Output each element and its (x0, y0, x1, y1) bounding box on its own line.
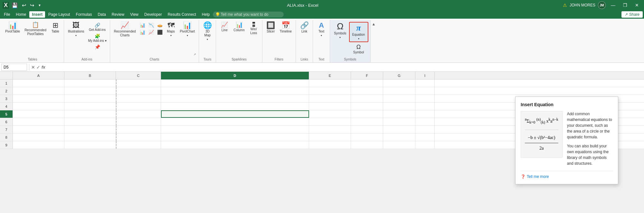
close-btn[interactable]: ✕ (632, 2, 641, 8)
menu-data[interactable]: Data (95, 11, 108, 18)
cell-F5[interactable] (351, 110, 383, 118)
my-add-ins-btn[interactable]: 🧩 My Add-ins ▾ (87, 33, 108, 43)
3d-map-btn[interactable]: 🌐 3DMap ▾ (201, 21, 214, 42)
cell-A6[interactable] (13, 118, 64, 125)
menu-developer[interactable]: Developer (142, 11, 165, 18)
cell-A1[interactable] (13, 79, 64, 87)
cell-E4[interactable] (309, 103, 351, 110)
cell-F9[interactable] (351, 141, 383, 149)
cell-D4[interactable] (161, 103, 309, 110)
cell-F3[interactable] (351, 95, 383, 102)
cell-D5[interactable] (161, 110, 309, 118)
cell-G7[interactable] (383, 126, 415, 133)
col-header-A[interactable]: A (13, 72, 64, 79)
menu-insert[interactable]: Insert (29, 11, 45, 18)
cell-I7[interactable] (415, 126, 435, 133)
quick-save-btn[interactable]: 💾 (10, 2, 19, 9)
column-sparkline-btn[interactable]: 📊 Column (232, 21, 246, 33)
qs-dropdown-btn[interactable]: ▼ (37, 3, 43, 8)
confirm-formula-btn[interactable]: ✓ (36, 65, 40, 70)
charts-expand-btn[interactable]: ↗ (194, 53, 197, 57)
cell-A5[interactable] (13, 110, 64, 118)
cell-D7[interactable] (161, 126, 309, 133)
cell-I1[interactable] (415, 79, 435, 87)
win-loss-btn[interactable]: Win/Loss (247, 21, 260, 36)
recommended-charts-btn[interactable]: 📈 RecommendedCharts (112, 21, 138, 39)
col-header-F[interactable]: F (351, 72, 383, 79)
line-sparkline-btn[interactable]: 📈 Line (218, 21, 231, 33)
row-header-7[interactable]: 7 (0, 126, 13, 133)
cell-F7[interactable] (351, 126, 383, 133)
cell-E3[interactable] (309, 95, 351, 102)
cell-E9[interactable] (309, 141, 351, 149)
cell-F2[interactable] (351, 87, 383, 95)
symbol-btn[interactable]: Ω Symbol (349, 43, 368, 56)
timeline-btn[interactable]: 📅 Timeline (278, 21, 294, 35)
col-header-D[interactable]: D (161, 72, 309, 79)
formula-input[interactable] (47, 64, 643, 70)
cell-I6[interactable] (415, 118, 435, 125)
row-header-4[interactable]: 4 (0, 103, 13, 110)
column-chart-btn[interactable]: 📊 (138, 22, 147, 28)
menu-page-layout[interactable]: Page Layout (46, 11, 72, 18)
cell-B3[interactable] (64, 95, 116, 102)
cell-C8[interactable] (116, 134, 161, 141)
cell-C7[interactable] (116, 126, 161, 133)
cell-G5[interactable] (383, 110, 415, 118)
col-header-G[interactable]: G (383, 72, 415, 79)
cell-I2[interactable] (415, 87, 435, 95)
cell-B5[interactable] (64, 110, 116, 118)
cell-A2[interactable] (13, 87, 64, 95)
col-header-E[interactable]: E (309, 72, 351, 79)
cell-G4[interactable] (383, 103, 415, 110)
cell-E7[interactable] (309, 126, 351, 133)
cell-D8[interactable] (161, 134, 309, 141)
menu-results-connect[interactable]: Results Connect (165, 11, 199, 18)
row-header-9[interactable]: 9 (0, 141, 13, 149)
restore-btn[interactable]: ❒ (620, 2, 630, 8)
cell-G9[interactable] (383, 141, 415, 149)
row-header-1[interactable]: 1 (0, 79, 13, 87)
cell-C9[interactable] (116, 141, 161, 149)
menu-formulas[interactable]: Formulas (73, 11, 94, 18)
cell-B1[interactable] (64, 79, 116, 87)
cell-F6[interactable] (351, 118, 383, 125)
cell-E8[interactable] (309, 134, 351, 141)
cell-G8[interactable] (383, 134, 415, 141)
menu-file[interactable]: File (1, 11, 13, 18)
cell-A7[interactable] (13, 126, 64, 133)
cell-E6[interactable] (309, 118, 351, 125)
cell-D6[interactable] (161, 118, 309, 125)
col-header-C[interactable]: C (116, 72, 161, 79)
insert-function-btn[interactable]: fx (42, 65, 45, 69)
cell-A8[interactable] (13, 134, 64, 141)
menu-view[interactable]: View (128, 11, 141, 18)
scatter-chart-btn[interactable]: ⬛ (156, 29, 164, 35)
illustrations-btn[interactable]: 🖼 Illustrations ▾ (66, 21, 86, 38)
menu-home[interactable]: Home (13, 11, 29, 18)
cell-I9[interactable] (415, 141, 435, 149)
row-header-3[interactable]: 3 (0, 95, 13, 102)
maps-btn[interactable]: 🗺 Maps ▾ (165, 21, 177, 38)
cell-G1[interactable] (383, 79, 415, 87)
cell-D9[interactable] (161, 141, 309, 149)
cell-B6[interactable] (64, 118, 116, 125)
row-header-8[interactable]: 8 (0, 134, 13, 141)
link-btn[interactable]: 🔗 Link (298, 21, 311, 35)
cell-B8[interactable] (64, 134, 116, 141)
cell-F4[interactable] (351, 103, 383, 110)
cell-B9[interactable] (64, 141, 116, 149)
col-header-I[interactable]: I (415, 72, 435, 79)
cell-F1[interactable] (351, 79, 383, 87)
cell-C2[interactable] (116, 87, 161, 95)
slicer-btn[interactable]: 🔲 Slicer (264, 21, 277, 35)
cell-G3[interactable] (383, 95, 415, 102)
redo-btn[interactable]: ↪ (29, 2, 35, 9)
cell-B7[interactable] (64, 126, 116, 133)
pivot-chart-btn[interactable]: 📊 PivotChart ▾ (178, 21, 197, 38)
cell-D3[interactable] (161, 95, 309, 102)
cell-C5[interactable] (116, 110, 161, 118)
menu-review[interactable]: Review (109, 11, 127, 18)
cell-B4[interactable] (64, 103, 116, 110)
cell-D1[interactable] (161, 79, 309, 87)
